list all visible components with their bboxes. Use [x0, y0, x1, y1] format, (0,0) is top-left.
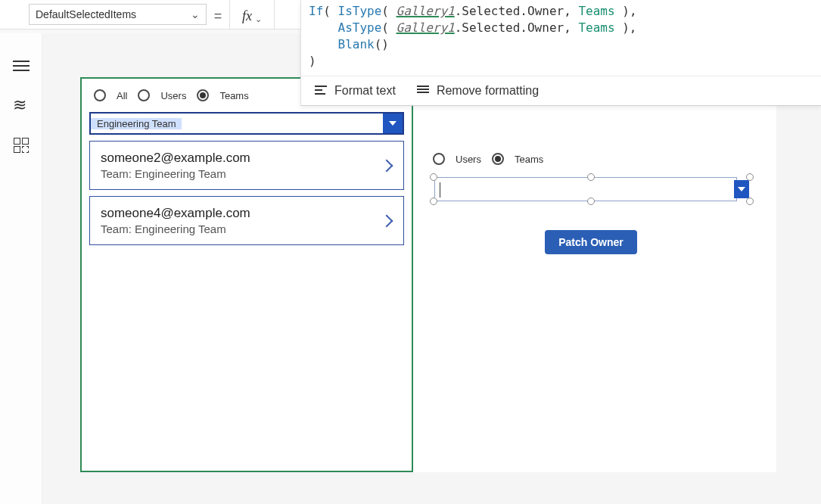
combobox-dropdown-button[interactable] [383, 114, 403, 133]
radio-users-label: Users [456, 154, 481, 165]
chevron-down-icon: ⌄ [255, 14, 262, 24]
radio-all-label: All [117, 90, 127, 101]
radio-users-label: Users [160, 90, 186, 101]
item-team: Team: Engineering Team [101, 222, 393, 235]
fx-button[interactable]: fx ⌄ [229, 0, 275, 29]
radio-teams-label: Teams [219, 90, 248, 101]
radio-teams-label: Teams [515, 154, 543, 165]
list-item[interactable]: someone4@example.com Team: Engineering T… [89, 196, 404, 245]
resize-handle[interactable] [746, 198, 754, 205]
radio-all[interactable] [94, 89, 106, 101]
patch-owner-button[interactable]: Patch Owner [545, 230, 637, 254]
detail-form: Users Teams Patch Owner [428, 153, 754, 254]
resize-handle[interactable] [587, 198, 595, 205]
formula-toolbar: Format text Remove formatting [301, 76, 821, 105]
equals-label: = [207, 0, 229, 29]
resize-handle[interactable] [746, 173, 754, 181]
layers-icon[interactable] [13, 98, 30, 112]
format-text-label: Format text [334, 84, 396, 98]
list-item[interactable]: someone2@example.com Team: Engineering T… [89, 141, 404, 190]
property-name: DefaultSelectedItems [36, 8, 136, 20]
item-team: Team: Engineering Team [101, 167, 393, 180]
resize-handle[interactable] [430, 173, 437, 181]
radio-users[interactable] [138, 89, 150, 101]
chevron-down-icon [389, 121, 397, 126]
item-email: someone4@example.com [101, 206, 393, 221]
left-rail [0, 33, 42, 504]
hamburger-icon[interactable] [13, 59, 30, 73]
format-icon [315, 84, 327, 98]
gallery[interactable]: All Users Teams Engineering Team someone… [80, 77, 413, 472]
resize-handle[interactable] [430, 198, 437, 205]
chevron-down-icon [738, 187, 745, 191]
selected-combobox[interactable] [428, 174, 754, 204]
radio-teams[interactable] [492, 153, 504, 165]
remove-formatting-button[interactable]: Remove formatting [417, 84, 539, 98]
text-cursor [440, 182, 440, 198]
property-dropdown[interactable]: DefaultSelectedItems ⌄ [29, 4, 207, 25]
team-combobox-value: Engineering Team [91, 118, 383, 129]
item-email: someone2@example.com [101, 151, 393, 166]
combobox-dropdown-button[interactable] [734, 180, 749, 198]
resize-handle[interactable] [587, 173, 595, 181]
owner-type-radios: Users Teams [428, 153, 754, 174]
fx-label: fx [242, 8, 252, 24]
radio-users[interactable] [433, 153, 445, 165]
combobox-input[interactable] [434, 177, 737, 201]
canvas[interactable]: All Users Teams Engineering Team someone… [80, 77, 776, 472]
format-text-button[interactable]: Format text [315, 84, 396, 98]
justify-icon [417, 84, 429, 98]
formula-editor[interactable]: If( IsType( Gallery1.Selected.Owner, Tea… [300, 0, 821, 106]
components-icon[interactable] [14, 138, 29, 153]
team-combobox[interactable]: Engineering Team [89, 112, 404, 135]
formula-text[interactable]: If( IsType( Gallery1.Selected.Owner, Tea… [301, 0, 821, 76]
chevron-down-icon: ⌄ [191, 8, 200, 20]
radio-teams[interactable] [197, 89, 209, 101]
remove-formatting-label: Remove formatting [437, 84, 539, 98]
